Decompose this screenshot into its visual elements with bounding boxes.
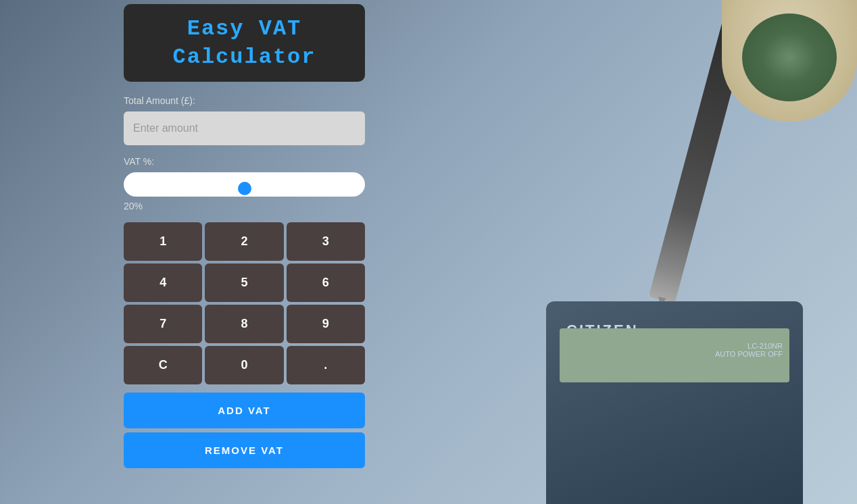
vat-percentage-display: 20% xyxy=(124,201,365,211)
vat-section: VAT %: 20% xyxy=(124,156,365,211)
amount-label: Total Amount (£): xyxy=(124,95,365,106)
key-0[interactable]: 0 xyxy=(205,346,283,384)
key-4[interactable]: 4 xyxy=(124,263,202,302)
key-2[interactable]: 2 xyxy=(205,222,283,261)
key-9[interactable]: 9 xyxy=(287,305,365,343)
key-6[interactable]: 6 xyxy=(287,263,365,302)
slider-container xyxy=(124,172,365,197)
calculator-screen xyxy=(560,328,789,382)
key-decimal[interactable]: . xyxy=(287,346,365,384)
key-8[interactable]: 8 xyxy=(205,305,283,343)
decorative-calculator xyxy=(546,301,803,504)
key-1[interactable]: 1 xyxy=(124,222,202,261)
key-5[interactable]: 5 xyxy=(205,263,283,302)
vat-slider[interactable] xyxy=(129,175,360,191)
app-title: Easy VAT Calculator xyxy=(137,15,351,71)
amount-input[interactable] xyxy=(124,111,365,145)
key-3[interactable]: 3 xyxy=(287,222,365,261)
app-container: Easy VAT Calculator Total Amount (£): VA… xyxy=(124,0,365,472)
key-clear[interactable]: C xyxy=(124,346,202,384)
app-title-line2: Calculator xyxy=(172,45,316,70)
remove-vat-button[interactable]: REMOVE VAT xyxy=(124,432,365,468)
keypad: 1 2 3 4 5 6 7 8 9 C 0 . xyxy=(124,222,365,384)
add-vat-button[interactable]: ADD VAT xyxy=(124,393,365,428)
decorative-plant xyxy=(722,0,857,122)
title-box: Easy VAT Calculator xyxy=(124,4,365,82)
key-7[interactable]: 7 xyxy=(124,305,202,343)
app-title-line1: Easy VAT xyxy=(187,16,302,41)
vat-label: VAT %: xyxy=(124,156,365,167)
